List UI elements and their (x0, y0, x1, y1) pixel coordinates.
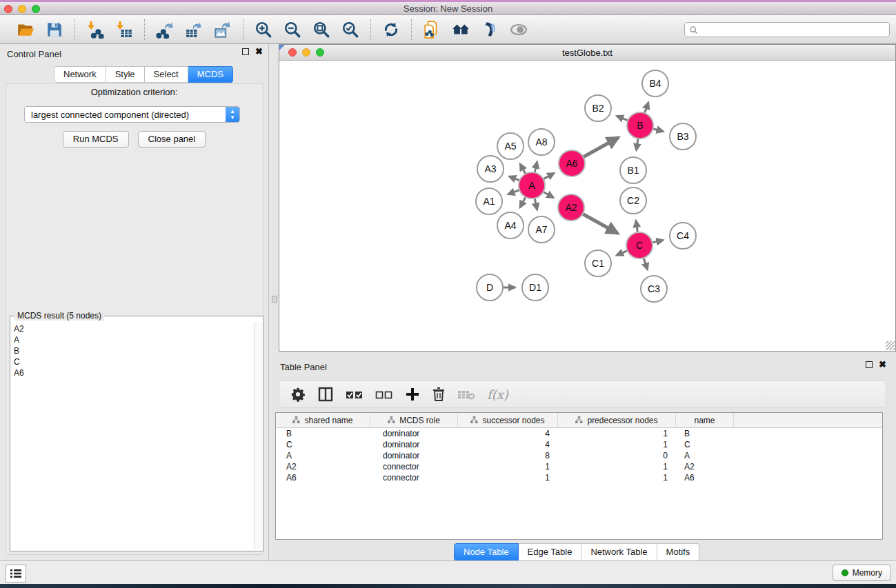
graph-edge-C-C2[interactable] (636, 221, 637, 232)
task-history-button[interactable] (6, 565, 26, 582)
mcds-result-item[interactable]: A2 (14, 323, 254, 334)
graph-edge-A-A7[interactable] (535, 199, 537, 210)
network-from-selection-icon[interactable] (421, 19, 442, 40)
tab-network-table[interactable]: Network Table (581, 543, 657, 561)
float-table-panel-icon[interactable] (866, 361, 873, 368)
tab-select[interactable]: Select (145, 66, 188, 83)
graph-node-B1[interactable]: B1 (620, 157, 646, 183)
graph-node-B[interactable]: B (627, 112, 653, 139)
graph-node-C4[interactable]: C4 (670, 223, 696, 249)
graph-node-A7[interactable]: A7 (528, 216, 555, 243)
graph-edge-B-B3[interactable] (653, 129, 663, 132)
zoom-out-icon[interactable] (282, 19, 303, 40)
graph-node-A5[interactable]: A5 (497, 133, 524, 159)
splitter-handle[interactable] (272, 296, 277, 303)
export-image-icon[interactable] (212, 19, 233, 40)
run-mcds-button[interactable]: Run MCDS (63, 131, 129, 148)
memory-button[interactable]: Memory (833, 565, 891, 581)
graph-edge-A-A6[interactable] (544, 173, 555, 179)
column-header-successor-nodes[interactable]: successor nodes (458, 413, 558, 427)
add-icon[interactable] (405, 387, 420, 402)
graph-node-C[interactable]: C (626, 232, 653, 258)
save-session-icon[interactable] (44, 19, 65, 40)
column-header-shared-name[interactable]: shared name (276, 413, 370, 427)
delete-table-icon[interactable] (457, 388, 475, 401)
export-network-icon[interactable] (155, 19, 175, 40)
close-table-panel-icon[interactable]: ✖ (879, 361, 886, 368)
graph-node-D[interactable]: D (477, 274, 503, 301)
graph-edge-B-B1[interactable] (636, 139, 638, 150)
graph-node-A2[interactable]: A2 (558, 194, 584, 221)
settings-gear-icon[interactable] (290, 387, 306, 402)
graph-edge-A2-C[interactable] (583, 214, 618, 233)
graph-node-A[interactable]: A (519, 172, 545, 199)
mcds-result-item[interactable]: A (14, 334, 254, 345)
zoom-selected-icon[interactable] (340, 19, 361, 40)
export-table-icon[interactable] (183, 19, 204, 40)
mcds-result-item[interactable]: A6 (14, 367, 254, 378)
network-canvas[interactable]: B4B2BB3A8A5A6A3B1AC2A1A2A4A7C4CC1C3DD1 (280, 61, 895, 350)
tab-mcds[interactable]: MCDS (188, 66, 233, 83)
node-table[interactable]: shared name MCDS role successor nodes pr… (275, 412, 883, 540)
graph-node-B2[interactable]: B2 (585, 95, 611, 121)
graph-node-B3[interactable]: B3 (670, 123, 696, 150)
hide-details-icon[interactable] (508, 19, 529, 40)
graph-node-A1[interactable]: A1 (476, 188, 502, 214)
graph-edge-A-A3[interactable] (509, 176, 519, 181)
function-builder-icon[interactable]: f(x) (487, 387, 508, 402)
resize-grip[interactable] (886, 341, 895, 350)
table-row[interactable]: A6 connector 1 1 A6 (276, 472, 882, 483)
open-file-icon[interactable] (15, 19, 36, 40)
graph-node-A3[interactable]: A3 (477, 156, 504, 182)
tab-network[interactable]: Network (54, 66, 106, 83)
column-header-mcds-role[interactable]: MCDS role (370, 413, 458, 427)
graph-edge-B-B2[interactable] (617, 116, 628, 121)
import-network-icon[interactable] (85, 19, 106, 40)
graph-node-A8[interactable]: A8 (528, 129, 555, 155)
graph-edge-B-B4[interactable] (644, 102, 648, 113)
graph-edge-A-A8[interactable] (535, 162, 537, 173)
graph-node-A6[interactable]: A6 (559, 150, 585, 176)
tab-edge-table[interactable]: Edge Table (519, 543, 582, 561)
delete-icon[interactable] (432, 387, 446, 402)
table-row[interactable]: A dominator 8 0 A (276, 450, 882, 461)
graph-edge-A6-B[interactable] (584, 137, 619, 156)
first-neighbors-icon[interactable] (450, 19, 471, 40)
search-input[interactable] (698, 23, 889, 36)
zoom-fit-icon[interactable] (311, 19, 332, 40)
tab-style[interactable]: Style (106, 66, 145, 83)
table-row[interactable]: C dominator 4 1 C (276, 439, 882, 450)
table-row[interactable]: B dominator 4 1 B (276, 428, 882, 439)
graph-node-D1[interactable]: D1 (522, 274, 548, 301)
column-header-predecessor-nodes[interactable]: predecessor nodes (558, 413, 676, 427)
refresh-icon[interactable] (381, 19, 401, 40)
graph-edge-C-C3[interactable] (644, 258, 648, 270)
mcds-result-list[interactable]: A2ABCA6 (11, 322, 254, 550)
unselect-all-icon[interactable] (375, 388, 393, 401)
graph-node-C3[interactable]: C3 (641, 276, 667, 302)
select-all-icon[interactable] (346, 388, 364, 401)
close-panel-button[interactable]: Close panel (138, 131, 206, 148)
graph-edge-A-A4[interactable] (520, 197, 526, 207)
criterion-dropdown[interactable]: largest connected component (directed) ▲… (24, 106, 240, 123)
graph-edge-C-C1[interactable] (617, 251, 628, 256)
mcds-result-item[interactable]: B (14, 345, 254, 356)
search-field[interactable] (684, 22, 890, 37)
graph-node-C2[interactable]: C2 (620, 187, 646, 214)
graph-node-A4[interactable]: A4 (497, 212, 524, 239)
result-scrollbar[interactable] (254, 322, 262, 550)
graph-edge-A-A5[interactable] (520, 164, 526, 174)
graph-edge-A-A2[interactable] (544, 192, 554, 197)
import-table-icon[interactable] (114, 19, 135, 40)
mcds-result-item[interactable]: C (14, 356, 254, 367)
column-header-name[interactable]: name (676, 413, 734, 427)
tab-motifs[interactable]: Motifs (657, 543, 700, 561)
close-panel-icon[interactable]: ✖ (255, 48, 263, 55)
float-panel-icon[interactable] (242, 48, 249, 55)
table-row[interactable]: A2 connector 1 1 A2 (276, 461, 882, 472)
tab-node-table[interactable]: Node Table (454, 543, 519, 561)
graph-node-C1[interactable]: C1 (585, 250, 611, 276)
graphics-details-icon[interactable] (479, 19, 500, 40)
zoom-in-icon[interactable] (253, 19, 274, 40)
graph-node-B4[interactable]: B4 (642, 70, 668, 97)
